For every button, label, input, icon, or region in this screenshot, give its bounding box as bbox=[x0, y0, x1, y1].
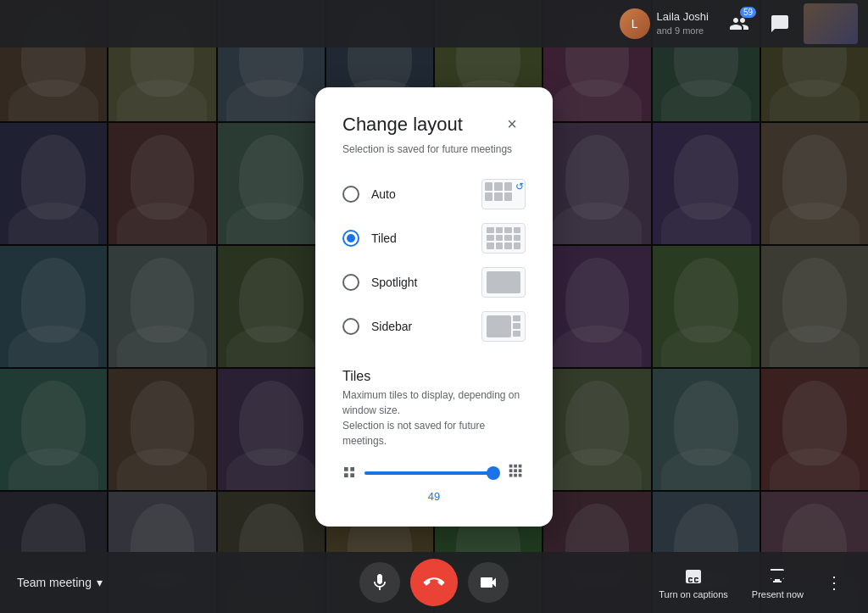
dialog-overlay: Change layout × Selection is saved for f… bbox=[0, 0, 868, 613]
slider-max-icon bbox=[507, 462, 526, 485]
tiles-slider-row bbox=[342, 462, 526, 485]
radio-sidebar bbox=[342, 318, 359, 335]
layout-option-sidebar[interactable]: Sidebar bbox=[342, 304, 526, 348]
layout-label-auto: Auto bbox=[371, 187, 396, 201]
tiled-layout-icon bbox=[481, 223, 526, 254]
layout-options: Auto ↺ bbox=[342, 172, 526, 348]
tiles-section: Tiles Maximum tiles to display, dependin… bbox=[342, 369, 526, 503]
radio-tiled bbox=[342, 230, 359, 247]
layout-label-tiled: Tiled bbox=[371, 231, 397, 245]
dialog-close-button[interactable]: × bbox=[498, 111, 526, 138]
tiles-value: 49 bbox=[342, 490, 526, 503]
sidebar-layout-icon bbox=[481, 311, 526, 342]
dialog-header: Change layout × bbox=[342, 111, 526, 138]
dialog-subtitle: Selection is saved for future meetings bbox=[342, 143, 526, 155]
layout-option-tiled[interactable]: Tiled bbox=[342, 216, 526, 260]
layout-option-spotlight[interactable]: Spotlight bbox=[342, 260, 526, 304]
dialog-title: Change layout bbox=[342, 114, 463, 136]
spotlight-layout-icon bbox=[481, 267, 526, 298]
radio-spotlight bbox=[342, 274, 359, 291]
layout-label-spotlight: Spotlight bbox=[371, 276, 417, 289]
radio-auto bbox=[342, 186, 359, 203]
close-icon: × bbox=[507, 114, 517, 134]
slider-min-icon bbox=[342, 465, 356, 482]
tiles-slider[interactable] bbox=[364, 465, 498, 482]
change-layout-dialog: Change layout × Selection is saved for f… bbox=[315, 87, 553, 527]
auto-layout-icon: ↺ bbox=[481, 179, 526, 209]
tiles-section-title: Tiles bbox=[342, 369, 526, 384]
layout-option-auto[interactable]: Auto ↺ bbox=[342, 172, 526, 216]
layout-label-sidebar: Sidebar bbox=[371, 320, 412, 333]
tiles-description: Maximum tiles to display, depending on w… bbox=[342, 387, 526, 449]
